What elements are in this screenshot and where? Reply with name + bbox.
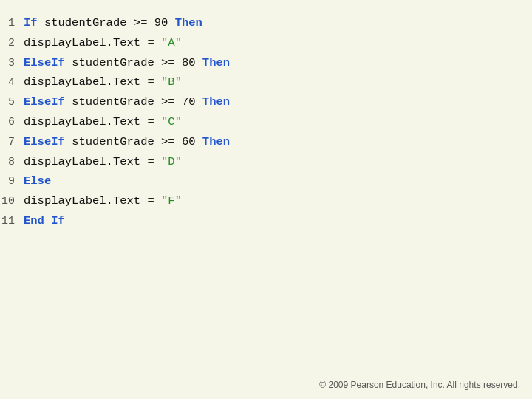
line-number: 5 xyxy=(0,93,24,112)
code-token: "D" xyxy=(161,155,182,168)
footer-text: © 2009 Pearson Education, Inc. All right… xyxy=(319,380,520,390)
code-token: Then xyxy=(202,95,230,109)
line-number: 11 xyxy=(0,212,24,231)
code-token: If xyxy=(24,16,44,30)
line-content: Else xyxy=(24,171,51,191)
code-token: Then xyxy=(202,56,230,69)
code-line: 11End If xyxy=(0,211,532,231)
code-token: Else xyxy=(24,174,51,188)
code-token: studentGrade >= 70 xyxy=(72,95,202,109)
code-token: displayLabel.Text = xyxy=(24,75,161,89)
line-content: If studentGrade >= 90 Then xyxy=(24,13,202,33)
line-content: displayLabel.Text = "D" xyxy=(24,152,182,172)
code-line: 4 displayLabel.Text = "B" xyxy=(0,72,532,92)
line-content: displayLabel.Text = "A" xyxy=(24,33,182,53)
line-content: displayLabel.Text = "C" xyxy=(24,112,182,132)
code-token: ElseIf xyxy=(24,95,72,109)
code-line: 1If studentGrade >= 90 Then xyxy=(0,13,532,33)
line-number: 6 xyxy=(0,113,24,132)
code-token: displayLabel.Text = xyxy=(24,36,161,50)
line-number: 7 xyxy=(0,133,24,152)
line-content: displayLabel.Text = "B" xyxy=(24,72,182,92)
code-line: 7ElseIf studentGrade >= 60 Then xyxy=(0,132,532,152)
line-number: 1 xyxy=(0,14,24,33)
code-token: displayLabel.Text = xyxy=(24,155,161,168)
code-token: Then xyxy=(202,135,230,149)
line-content: ElseIf studentGrade >= 80 Then xyxy=(24,53,230,73)
line-number: 2 xyxy=(0,34,24,53)
line-number: 3 xyxy=(0,54,24,73)
code-token: displayLabel.Text = xyxy=(24,194,161,208)
code-line: 10 displayLabel.Text = "F" xyxy=(0,191,532,211)
line-content: ElseIf studentGrade >= 60 Then xyxy=(24,132,230,152)
code-token: ElseIf xyxy=(24,56,72,69)
code-token: "A" xyxy=(161,36,182,50)
code-token: "F" xyxy=(161,194,182,208)
code-token: displayLabel.Text = xyxy=(24,115,161,129)
code-line: 5ElseIf studentGrade >= 70 Then xyxy=(0,92,532,112)
code-area: 1If studentGrade >= 90 Then2 displayLabe… xyxy=(0,0,532,231)
code-token: ElseIf xyxy=(24,135,72,149)
line-number: 9 xyxy=(0,172,24,191)
line-number: 4 xyxy=(0,73,24,92)
code-token: End If xyxy=(24,214,65,228)
code-token: Then xyxy=(175,16,202,30)
code-token: "B" xyxy=(161,75,182,89)
code-line: 8 displayLabel.Text = "D" xyxy=(0,152,532,172)
code-line: 2 displayLabel.Text = "A" xyxy=(0,33,532,53)
code-line: 3ElseIf studentGrade >= 80 Then xyxy=(0,53,532,73)
code-token: studentGrade >= 90 xyxy=(44,16,175,30)
line-content: displayLabel.Text = "F" xyxy=(24,191,182,211)
line-content: End If xyxy=(24,211,65,231)
line-content: ElseIf studentGrade >= 70 Then xyxy=(24,92,230,112)
line-number: 8 xyxy=(0,153,24,172)
code-line: 6 displayLabel.Text = "C" xyxy=(0,112,532,132)
code-token: studentGrade >= 80 xyxy=(72,56,202,69)
line-number: 10 xyxy=(0,192,24,211)
code-token: "C" xyxy=(161,115,182,129)
code-token: studentGrade >= 60 xyxy=(72,135,202,149)
code-line: 9Else xyxy=(0,171,532,191)
